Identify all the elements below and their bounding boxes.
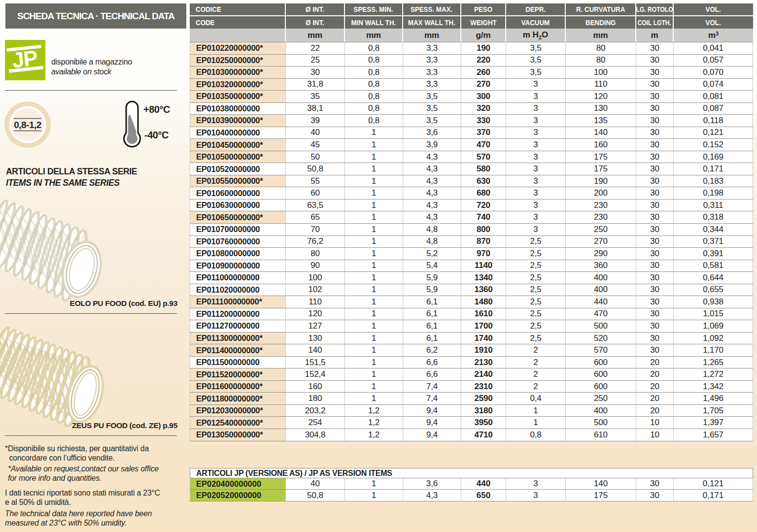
svg-text:0,8-1,2: 0,8-1,2 xyxy=(14,120,41,130)
svg-text:JP: JP xyxy=(11,46,38,72)
